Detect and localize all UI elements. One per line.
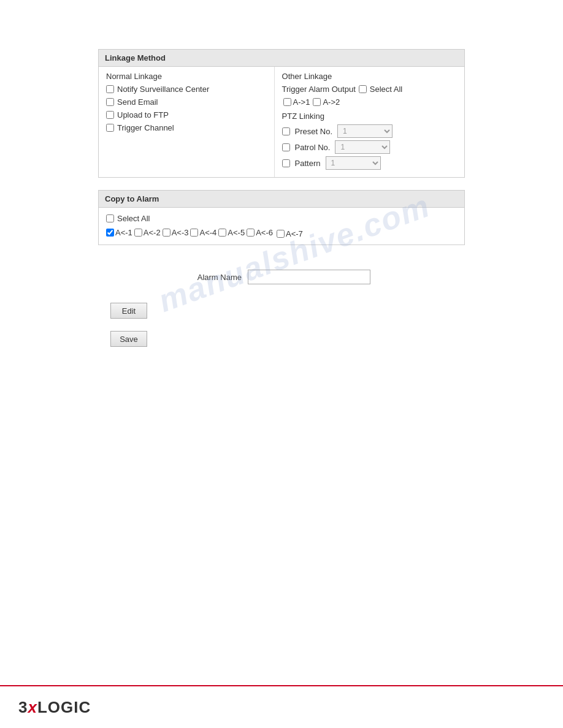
linkage-method-header: Linkage Method [99, 50, 464, 67]
copy-a5-checkbox[interactable] [218, 229, 226, 237]
copy-item-a6: A<-6 [247, 228, 273, 237]
pattern-row: Pattern 1 [282, 156, 457, 170]
normal-linkage-header: Normal Linkage [106, 72, 267, 85]
trigger-channel-label: Trigger Channel [117, 123, 174, 132]
copy-a3-checkbox[interactable] [163, 229, 170, 237]
copy-a6-label: A<-6 [256, 228, 273, 237]
patrol-checkbox[interactable] [282, 143, 290, 151]
patrol-label: Patrol No. [295, 143, 331, 152]
a1-checkbox[interactable] [283, 98, 291, 106]
logo-part2: LOGIC [37, 698, 91, 716]
copy-a2-label: A<-2 [144, 228, 161, 237]
copy-a1-checkbox[interactable] [106, 229, 114, 237]
a1-container: A->1 [283, 97, 310, 107]
alarm-name-label: Alarm Name [193, 273, 242, 282]
copy-item-a5: A<-5 [218, 228, 245, 237]
copy-a5-label: A<-5 [228, 228, 245, 237]
preset-checkbox[interactable] [282, 127, 290, 135]
logo: 3xLOGIC [18, 698, 91, 717]
notify-checkbox[interactable] [106, 85, 114, 93]
upload-ftp-label: Upload to FTP [117, 110, 169, 119]
copy-a1-label: A<-1 [115, 228, 132, 237]
alarm-name-input[interactable] [248, 270, 370, 284]
other-linkage-header: Other Linkage [282, 72, 457, 85]
a1-label: A->1 [293, 97, 310, 107]
notify-label: Notify Surveillance Center [117, 85, 209, 94]
copy-select-all-label: Select All [117, 214, 150, 223]
upload-ftp-checkbox[interactable] [106, 111, 114, 119]
pattern-select[interactable]: 1 [326, 156, 381, 170]
linkage-table: Normal Linkage Notify Surveillance Cente… [99, 67, 464, 177]
notify-row: Notify Surveillance Center [106, 85, 267, 94]
copy-select-all-row: Select All [106, 214, 457, 223]
preset-label: Preset No. [295, 127, 332, 136]
send-email-row: Send Email [106, 97, 267, 107]
copy-item-a3: A<-3 [163, 228, 189, 237]
linkage-method-section: Linkage Method Normal Linkage Notify Sur… [98, 49, 465, 178]
copy-to-alarm-header: Copy to Alarm [99, 191, 464, 208]
save-button[interactable]: Save [110, 331, 147, 347]
preset-row: Preset No. 1 [282, 124, 457, 138]
copy-to-alarm-section: Copy to Alarm Select All A<-1 A<-2 A<-3 [98, 190, 465, 245]
copy-a4-checkbox[interactable] [190, 229, 198, 237]
a2-checkbox[interactable] [313, 98, 321, 106]
trigger-channel-row: Trigger Channel [106, 123, 267, 132]
pattern-checkbox[interactable] [282, 159, 290, 167]
logo-part1: 3 [18, 698, 28, 716]
a2-container: A->2 [313, 97, 340, 107]
patrol-select[interactable]: 1 [335, 140, 390, 154]
pattern-label: Pattern [295, 159, 321, 168]
trigger-alarm-row: Trigger Alarm Output Select All [282, 85, 457, 94]
copy-a3-label: A<-3 [172, 228, 189, 237]
upload-ftp-row: Upload to FTP [106, 110, 267, 119]
copy-a7-checkbox[interactable] [277, 230, 285, 238]
a2-label: A->2 [323, 97, 340, 107]
edit-button-row: Edit [98, 303, 465, 319]
trigger-channel-checkbox[interactable] [106, 124, 114, 132]
alarm-name-row: Alarm Name [98, 270, 465, 284]
preset-select[interactable]: 1 [337, 124, 393, 138]
save-button-row: Save [98, 331, 465, 347]
trigger-select-all-label: Select All [370, 85, 402, 94]
trigger-select-all-checkbox[interactable] [359, 85, 367, 93]
copy-items-row: A<-1 A<-2 A<-3 A<-4 A<-5 [106, 227, 457, 238]
copy-a2-checkbox[interactable] [134, 229, 142, 237]
edit-button[interactable]: Edit [110, 303, 147, 319]
page-footer: 3xLOGIC [0, 685, 563, 728]
copy-select-all-checkbox[interactable] [106, 214, 114, 222]
copy-item-a4: A<-4 [190, 228, 216, 237]
patrol-row: Patrol No. 1 [282, 140, 457, 154]
copy-a4-label: A<-4 [199, 228, 216, 237]
ptz-section: PTZ Linking Preset No. 1 Patrol No. [282, 112, 457, 170]
send-email-label: Send Email [117, 97, 158, 107]
arrow-row: A->1 A->2 [282, 97, 457, 107]
send-email-checkbox[interactable] [106, 98, 114, 106]
copy-a7-label: A<-7 [286, 229, 303, 238]
copy-item-a1: A<-1 [106, 228, 132, 237]
copy-item-a2: A<-2 [134, 228, 161, 237]
logo-x: x [28, 698, 37, 716]
ptz-title: PTZ Linking [282, 112, 457, 121]
copy-alarm-content: Select All A<-1 A<-2 A<-3 A<-4 [99, 208, 464, 245]
trigger-alarm-label: Trigger Alarm Output [282, 85, 356, 94]
copy-a6-checkbox[interactable] [247, 229, 255, 237]
copy-item-a7: A<-7 [277, 229, 303, 238]
